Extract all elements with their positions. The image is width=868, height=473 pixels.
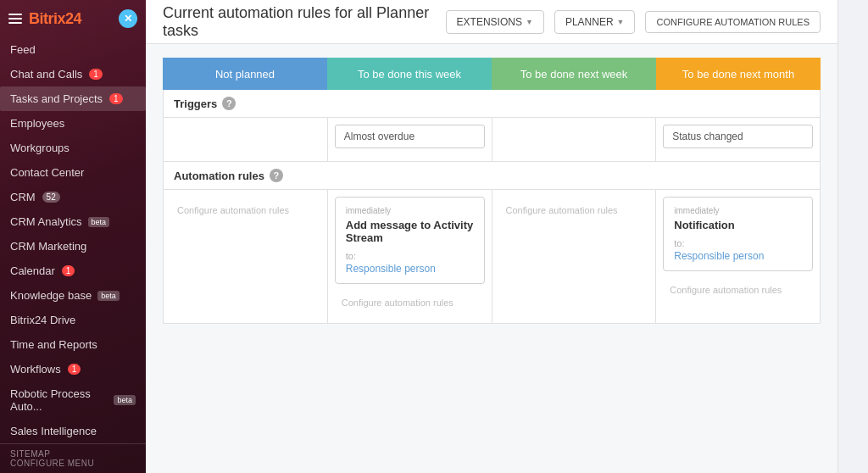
sidebar-item-tasks-and-projects[interactable]: Tasks and Projects1 [0, 86, 146, 111]
hamburger-menu-icon[interactable] [8, 14, 22, 24]
logo: Bitrix24 [29, 10, 81, 28]
sidebar-nav: FeedChat and Calls1Tasks and Projects1Em… [0, 37, 146, 443]
rule-person-1-0[interactable]: Responsible person [346, 263, 474, 275]
rule-card-1-0: immediately Add message to Activity Stre… [335, 197, 485, 284]
sidebar-item-contact-center[interactable]: Contact Center [0, 160, 146, 185]
trigger-cell-0 [164, 118, 328, 162]
configure-automation-button[interactable]: CONFIGURE AUTOMATION RULES [645, 11, 821, 33]
automation-rules-section-header: Automation rules ? [163, 162, 821, 190]
sidebar-item-feed[interactable]: Feed [0, 37, 146, 62]
trigger-cell-3: Status changed [656, 118, 821, 162]
stage-blue: Not planned [163, 58, 327, 90]
sitemap-link[interactable]: SITEMAP [10, 449, 136, 459]
automation-cell-3: immediately Notification to: Responsible… [656, 190, 821, 324]
sidebar-footer: SITEMAP CONFIGURE MENU [0, 443, 146, 473]
sidebar-header: Bitrix24 ✕ [0, 0, 146, 37]
stage-orange: To be done next month [656, 58, 821, 90]
trigger-pill-3[interactable]: Status changed [663, 125, 813, 148]
content-area: Not plannedTo be done this weekTo be don… [146, 44, 837, 473]
sidebar-item-chat-and-calls[interactable]: Chat and Calls1 [0, 62, 146, 86]
automation-rules-label: Automation rules [174, 170, 264, 182]
configure-placeholder-0[interactable]: Configure automation rules [170, 197, 320, 224]
planner-chevron-icon: ▼ [617, 18, 625, 26]
sidebar-item-time-and-reports[interactable]: Time and Reports [0, 332, 146, 357]
sidebar-item-robotic-process-auto[interactable]: Robotic Process Auto...beta [0, 381, 146, 419]
automation-rules-help-icon[interactable]: ? [270, 169, 283, 182]
sidebar-item-bitrix24-drive[interactable]: Bitrix24 Drive [0, 308, 146, 332]
triggers-label: Triggers [174, 97, 217, 110]
sidebar-item-workgroups[interactable]: Workgroups [0, 136, 146, 160]
triggers-help-icon[interactable]: ? [222, 97, 236, 110]
right-panel [837, 0, 868, 473]
sidebar-item-crm[interactable]: CRM52 [0, 185, 146, 209]
triggers-grid: Almost overdueStatus changed [163, 118, 821, 162]
add-rule-placeholder-1[interactable]: Configure automation rules [335, 289, 485, 316]
logo-bitrix: Bitrix [29, 10, 65, 27]
extensions-chevron-icon: ▼ [526, 18, 533, 26]
stage-green: To be done next week [492, 58, 656, 90]
topbar: Current automation rules for all Planner… [146, 0, 837, 44]
extensions-button[interactable]: EXTENSIONS ▼ [446, 10, 544, 34]
page-title: Current automation rules for all Planner… [163, 4, 436, 40]
trigger-cell-1: Almost overdue [328, 118, 492, 162]
automation-cell-2: Configure automation rules [492, 190, 657, 324]
close-sidebar-button[interactable]: ✕ [119, 9, 137, 28]
sidebar-item-workflows[interactable]: Workflows1 [0, 357, 146, 381]
automation-cell-0: Configure automation rules [164, 190, 328, 324]
sidebar-item-employees[interactable]: Employees [0, 111, 146, 136]
stage-headers: Not plannedTo be done this weekTo be don… [163, 58, 821, 90]
main-area: Current automation rules for all Planner… [146, 0, 837, 473]
triggers-section-header: Triggers ? [163, 90, 821, 118]
trigger-cell-2 [492, 118, 657, 162]
sidebar: Bitrix24 ✕ FeedChat and Calls1Tasks and … [0, 0, 146, 473]
planner-button[interactable]: PLANNER ▼ [554, 10, 636, 34]
automation-cell-1: immediately Add message to Activity Stre… [328, 190, 492, 324]
stage-teal: To be done this week [327, 58, 492, 90]
automation-rules-grid: Configure automation rules immediately A… [163, 190, 821, 324]
sidebar-item-crm-analytics[interactable]: CRM Analyticsbeta [0, 209, 146, 234]
configure-placeholder-2[interactable]: Configure automation rules [499, 197, 649, 224]
sidebar-item-sales-intelligence[interactable]: Sales Intelligence [0, 419, 146, 443]
sidebar-item-knowledge-base[interactable]: Knowledge basebeta [0, 283, 146, 308]
logo-number: 24 [65, 10, 81, 27]
sidebar-item-calendar[interactable]: Calendar1 [0, 259, 146, 283]
configure-menu-link[interactable]: CONFIGURE MENU [10, 459, 136, 468]
rule-card-3-0: immediately Notification to: Responsible… [663, 197, 813, 271]
rule-person-3-0[interactable]: Responsible person [674, 250, 802, 262]
trigger-pill-1[interactable]: Almost overdue [335, 125, 485, 148]
add-rule-placeholder-3[interactable]: Configure automation rules [663, 276, 813, 303]
sidebar-item-crm-marketing[interactable]: CRM Marketing [0, 234, 146, 259]
